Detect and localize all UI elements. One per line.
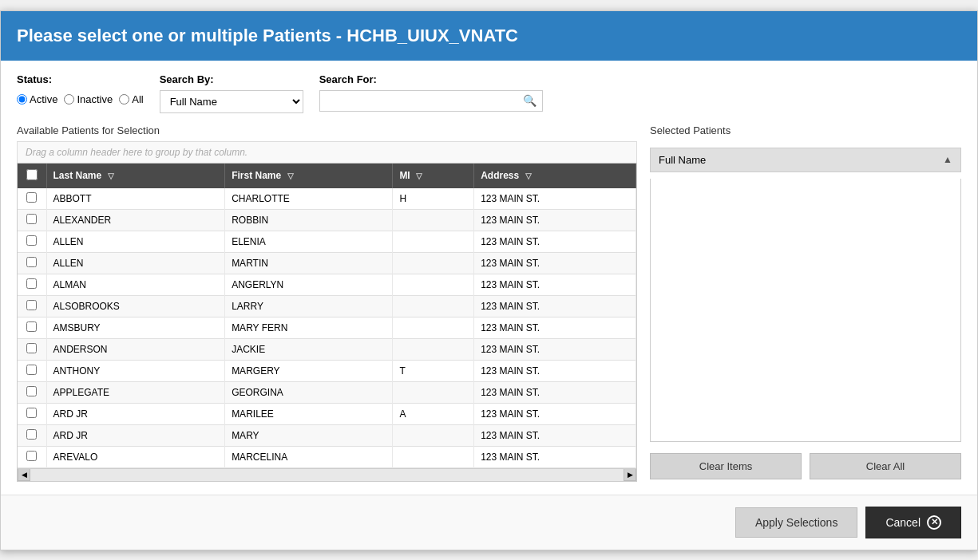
status-field-group: Status: Active Inactive All bbox=[17, 73, 144, 105]
cell-mi bbox=[393, 381, 474, 403]
first-name-sort-icon: ▽ bbox=[287, 172, 294, 180]
row-checkbox-cell[interactable] bbox=[18, 188, 46, 210]
row-checkbox[interactable] bbox=[26, 429, 37, 440]
row-checkbox[interactable] bbox=[26, 214, 37, 224]
search-for-label: Search For: bbox=[319, 73, 543, 85]
search-by-field-group: Search By: Full Name Last Name First Nam… bbox=[160, 73, 303, 113]
cell-first-name: ANGERLYN bbox=[225, 274, 393, 295]
patients-table-wrapper: Last Name ▽ First Name ▽ MI ▽ bbox=[17, 163, 637, 469]
table-row: APPLEGATEGEORGINA123 MAIN ST. bbox=[18, 381, 636, 403]
table-row: ALMANANGERLYN123 MAIN ST. bbox=[18, 274, 636, 295]
apply-selections-button[interactable]: Apply Selections bbox=[735, 507, 858, 538]
cell-mi bbox=[393, 338, 474, 360]
right-panel: Selected Patients Full Name ▲ Clear Item… bbox=[650, 124, 961, 479]
cell-mi bbox=[393, 424, 474, 446]
cell-mi bbox=[393, 231, 474, 252]
selected-list bbox=[650, 179, 961, 442]
selected-chevron-icon: ▲ bbox=[943, 154, 952, 165]
table-body: ABBOTTCHARLOTTEH123 MAIN ST.ALEXANDERROB… bbox=[18, 188, 636, 468]
status-inactive-label[interactable]: Inactive bbox=[64, 93, 113, 105]
row-checkbox[interactable] bbox=[26, 321, 37, 332]
cell-first-name: MARILEE bbox=[225, 403, 393, 424]
row-checkbox-cell[interactable] bbox=[18, 209, 46, 231]
status-all-label[interactable]: All bbox=[119, 93, 143, 105]
modal-header: Please select one or multiple Patients -… bbox=[1, 11, 977, 61]
row-checkbox-cell[interactable] bbox=[18, 360, 46, 381]
selected-header[interactable]: Full Name ▲ bbox=[650, 148, 961, 172]
table-row: ALSOBROOKSLARRY123 MAIN ST. bbox=[18, 295, 636, 317]
search-row: Status: Active Inactive All bbox=[17, 73, 961, 113]
row-checkbox-cell[interactable] bbox=[18, 274, 46, 295]
cell-mi bbox=[393, 295, 474, 317]
clear-all-button[interactable]: Clear All bbox=[810, 453, 961, 479]
row-checkbox[interactable] bbox=[26, 235, 37, 246]
status-all-text: All bbox=[132, 93, 143, 105]
row-checkbox[interactable] bbox=[26, 192, 37, 203]
scrollbar-left-arrow[interactable]: ◀ bbox=[18, 469, 30, 482]
modal: Please select one or multiple Patients -… bbox=[0, 10, 978, 550]
row-checkbox[interactable] bbox=[26, 386, 37, 396]
search-for-field-group: Search For: 🔍 bbox=[319, 73, 543, 112]
status-all-radio[interactable] bbox=[119, 94, 129, 105]
scrollbar-right-arrow[interactable]: ▶ bbox=[624, 469, 636, 482]
cell-address: 123 MAIN ST. bbox=[474, 424, 636, 446]
row-checkbox[interactable] bbox=[26, 365, 37, 375]
search-for-input[interactable] bbox=[319, 90, 543, 112]
row-checkbox[interactable] bbox=[26, 278, 37, 289]
row-checkbox[interactable] bbox=[26, 257, 37, 267]
table-row: ALEXANDERROBBIN123 MAIN ST. bbox=[18, 209, 636, 231]
cell-last-name: ARD JR bbox=[46, 403, 225, 424]
row-checkbox-cell[interactable] bbox=[18, 231, 46, 252]
cell-address: 123 MAIN ST. bbox=[474, 317, 636, 338]
cell-address: 123 MAIN ST. bbox=[474, 338, 636, 360]
cell-address: 123 MAIN ST. bbox=[474, 274, 636, 295]
cancel-button[interactable]: Cancel ✕ bbox=[865, 507, 961, 538]
left-panel: Available Patients for Selection Drag a … bbox=[17, 124, 637, 482]
cell-address: 123 MAIN ST. bbox=[474, 381, 636, 403]
clear-buttons: Clear Items Clear All bbox=[650, 453, 961, 479]
cell-first-name: LARRY bbox=[225, 295, 393, 317]
horizontal-scrollbar[interactable]: ◀ ▶ bbox=[17, 469, 637, 482]
row-checkbox[interactable] bbox=[26, 343, 37, 353]
status-inactive-radio[interactable] bbox=[64, 94, 74, 105]
row-checkbox-cell[interactable] bbox=[18, 252, 46, 274]
cell-last-name: ALSOBROOKS bbox=[46, 295, 225, 317]
row-checkbox-cell[interactable] bbox=[18, 338, 46, 360]
scrollbar-track[interactable] bbox=[30, 469, 624, 482]
status-active-label[interactable]: Active bbox=[17, 93, 57, 105]
table-row: ARD JRMARY123 MAIN ST. bbox=[18, 424, 636, 446]
row-checkbox-cell[interactable] bbox=[18, 381, 46, 403]
cell-first-name: ROBBIN bbox=[225, 209, 393, 231]
row-checkbox-cell[interactable] bbox=[18, 403, 46, 424]
select-all-checkbox[interactable] bbox=[26, 169, 38, 180]
th-mi[interactable]: MI ▽ bbox=[393, 164, 474, 188]
status-active-radio[interactable] bbox=[17, 94, 27, 105]
cell-address: 123 MAIN ST. bbox=[474, 188, 636, 210]
content-row: Available Patients for Selection Drag a … bbox=[17, 124, 961, 482]
row-checkbox-cell[interactable] bbox=[18, 317, 46, 338]
row-checkbox-cell[interactable] bbox=[18, 295, 46, 317]
row-checkbox-cell[interactable] bbox=[18, 424, 46, 446]
cell-last-name: ALEXANDER bbox=[46, 209, 225, 231]
table-row: ARD JRMARILEEA123 MAIN ST. bbox=[18, 403, 636, 424]
drag-hint: Drag a column header here to group by th… bbox=[17, 141, 637, 163]
row-checkbox-cell[interactable] bbox=[18, 446, 46, 467]
table-row: AREVALOMARCELINA123 MAIN ST. bbox=[18, 446, 636, 467]
cell-mi: H bbox=[393, 188, 474, 210]
th-last-name[interactable]: Last Name ▽ bbox=[46, 164, 225, 188]
row-checkbox[interactable] bbox=[26, 451, 37, 461]
th-first-name[interactable]: First Name ▽ bbox=[225, 164, 393, 188]
th-address[interactable]: Address ▽ bbox=[474, 164, 636, 188]
cell-first-name: GEORGINA bbox=[225, 381, 393, 403]
cell-last-name: ALLEN bbox=[46, 231, 225, 252]
clear-items-button[interactable]: Clear Items bbox=[650, 453, 802, 479]
table-row: ABBOTTCHARLOTTEH123 MAIN ST. bbox=[18, 188, 636, 210]
cell-mi bbox=[393, 446, 474, 467]
cell-first-name: MARY FERN bbox=[225, 317, 393, 338]
search-by-select[interactable]: Full Name Last Name First Name DOB bbox=[160, 90, 303, 113]
cell-last-name: ANTHONY bbox=[46, 360, 225, 381]
th-checkbox[interactable] bbox=[18, 164, 46, 188]
selected-section-label: Selected Patients bbox=[650, 124, 961, 136]
row-checkbox[interactable] bbox=[26, 408, 37, 418]
row-checkbox[interactable] bbox=[26, 300, 37, 310]
